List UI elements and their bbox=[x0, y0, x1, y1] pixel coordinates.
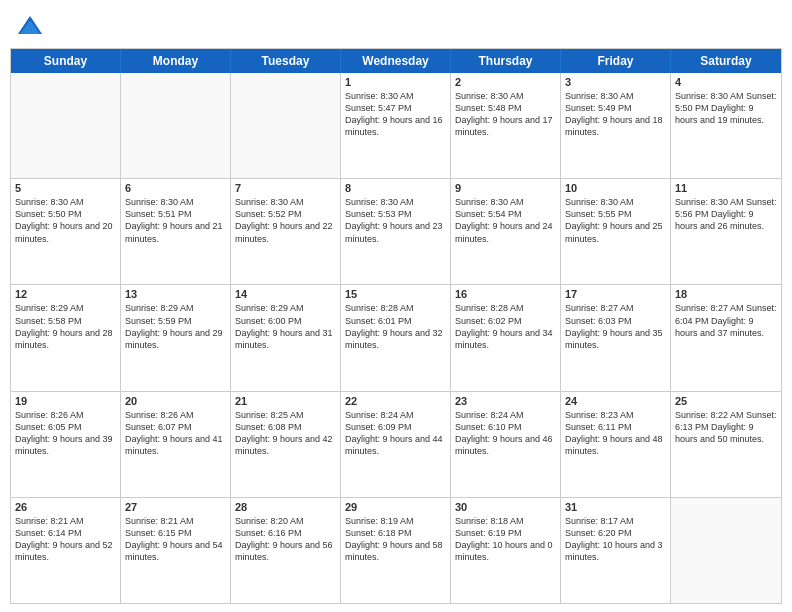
day-cell: 25Sunrise: 8:22 AM Sunset: 6:13 PM Dayli… bbox=[671, 392, 781, 497]
day-info: Sunrise: 8:23 AM Sunset: 6:11 PM Dayligh… bbox=[565, 409, 666, 458]
week-row: 12Sunrise: 8:29 AM Sunset: 5:58 PM Dayli… bbox=[11, 285, 781, 391]
day-cell: 1Sunrise: 8:30 AM Sunset: 5:47 PM Daylig… bbox=[341, 73, 451, 178]
day-info: Sunrise: 8:29 AM Sunset: 5:58 PM Dayligh… bbox=[15, 302, 116, 351]
day-info: Sunrise: 8:30 AM Sunset: 5:51 PM Dayligh… bbox=[125, 196, 226, 245]
day-info: Sunrise: 8:29 AM Sunset: 5:59 PM Dayligh… bbox=[125, 302, 226, 351]
day-cell: 28Sunrise: 8:20 AM Sunset: 6:16 PM Dayli… bbox=[231, 498, 341, 603]
logo bbox=[16, 12, 48, 40]
day-info: Sunrise: 8:18 AM Sunset: 6:19 PM Dayligh… bbox=[455, 515, 556, 564]
day-cell bbox=[11, 73, 121, 178]
day-number: 20 bbox=[125, 395, 226, 407]
day-number: 24 bbox=[565, 395, 666, 407]
logo-icon bbox=[16, 12, 44, 40]
day-cell: 21Sunrise: 8:25 AM Sunset: 6:08 PM Dayli… bbox=[231, 392, 341, 497]
day-cell: 17Sunrise: 8:27 AM Sunset: 6:03 PM Dayli… bbox=[561, 285, 671, 390]
day-number: 2 bbox=[455, 76, 556, 88]
day-info: Sunrise: 8:21 AM Sunset: 6:15 PM Dayligh… bbox=[125, 515, 226, 564]
day-cell: 16Sunrise: 8:28 AM Sunset: 6:02 PM Dayli… bbox=[451, 285, 561, 390]
day-info: Sunrise: 8:20 AM Sunset: 6:16 PM Dayligh… bbox=[235, 515, 336, 564]
day-cell: 4Sunrise: 8:30 AM Sunset: 5:50 PM Daylig… bbox=[671, 73, 781, 178]
day-number: 26 bbox=[15, 501, 116, 513]
day-info: Sunrise: 8:30 AM Sunset: 5:54 PM Dayligh… bbox=[455, 196, 556, 245]
day-number: 1 bbox=[345, 76, 446, 88]
day-info: Sunrise: 8:19 AM Sunset: 6:18 PM Dayligh… bbox=[345, 515, 446, 564]
day-info: Sunrise: 8:28 AM Sunset: 6:02 PM Dayligh… bbox=[455, 302, 556, 351]
day-info: Sunrise: 8:26 AM Sunset: 6:05 PM Dayligh… bbox=[15, 409, 116, 458]
day-number: 21 bbox=[235, 395, 336, 407]
day-number: 22 bbox=[345, 395, 446, 407]
day-number: 11 bbox=[675, 182, 777, 194]
day-cell: 23Sunrise: 8:24 AM Sunset: 6:10 PM Dayli… bbox=[451, 392, 561, 497]
day-header: Friday bbox=[561, 49, 671, 73]
day-info: Sunrise: 8:30 AM Sunset: 5:49 PM Dayligh… bbox=[565, 90, 666, 139]
page: SundayMondayTuesdayWednesdayThursdayFrid… bbox=[0, 0, 792, 612]
day-info: Sunrise: 8:17 AM Sunset: 6:20 PM Dayligh… bbox=[565, 515, 666, 564]
day-info: Sunrise: 8:30 AM Sunset: 5:50 PM Dayligh… bbox=[675, 90, 777, 126]
day-cell: 15Sunrise: 8:28 AM Sunset: 6:01 PM Dayli… bbox=[341, 285, 451, 390]
day-number: 31 bbox=[565, 501, 666, 513]
week-row: 26Sunrise: 8:21 AM Sunset: 6:14 PM Dayli… bbox=[11, 498, 781, 603]
day-info: Sunrise: 8:30 AM Sunset: 5:52 PM Dayligh… bbox=[235, 196, 336, 245]
day-cell bbox=[671, 498, 781, 603]
day-info: Sunrise: 8:30 AM Sunset: 5:53 PM Dayligh… bbox=[345, 196, 446, 245]
day-info: Sunrise: 8:22 AM Sunset: 6:13 PM Dayligh… bbox=[675, 409, 777, 445]
day-number: 25 bbox=[675, 395, 777, 407]
day-number: 9 bbox=[455, 182, 556, 194]
day-cell: 11Sunrise: 8:30 AM Sunset: 5:56 PM Dayli… bbox=[671, 179, 781, 284]
day-cell: 18Sunrise: 8:27 AM Sunset: 6:04 PM Dayli… bbox=[671, 285, 781, 390]
day-cell: 26Sunrise: 8:21 AM Sunset: 6:14 PM Dayli… bbox=[11, 498, 121, 603]
day-header: Wednesday bbox=[341, 49, 451, 73]
day-cell: 31Sunrise: 8:17 AM Sunset: 6:20 PM Dayli… bbox=[561, 498, 671, 603]
week-row: 5Sunrise: 8:30 AM Sunset: 5:50 PM Daylig… bbox=[11, 179, 781, 285]
day-info: Sunrise: 8:30 AM Sunset: 5:56 PM Dayligh… bbox=[675, 196, 777, 232]
day-cell: 6Sunrise: 8:30 AM Sunset: 5:51 PM Daylig… bbox=[121, 179, 231, 284]
day-info: Sunrise: 8:21 AM Sunset: 6:14 PM Dayligh… bbox=[15, 515, 116, 564]
day-cell: 13Sunrise: 8:29 AM Sunset: 5:59 PM Dayli… bbox=[121, 285, 231, 390]
day-header: Monday bbox=[121, 49, 231, 73]
day-cell bbox=[121, 73, 231, 178]
day-cell: 27Sunrise: 8:21 AM Sunset: 6:15 PM Dayli… bbox=[121, 498, 231, 603]
day-cell: 5Sunrise: 8:30 AM Sunset: 5:50 PM Daylig… bbox=[11, 179, 121, 284]
day-number: 27 bbox=[125, 501, 226, 513]
day-cell: 12Sunrise: 8:29 AM Sunset: 5:58 PM Dayli… bbox=[11, 285, 121, 390]
day-number: 16 bbox=[455, 288, 556, 300]
day-number: 15 bbox=[345, 288, 446, 300]
day-number: 3 bbox=[565, 76, 666, 88]
day-cell: 24Sunrise: 8:23 AM Sunset: 6:11 PM Dayli… bbox=[561, 392, 671, 497]
day-info: Sunrise: 8:27 AM Sunset: 6:03 PM Dayligh… bbox=[565, 302, 666, 351]
day-cell: 22Sunrise: 8:24 AM Sunset: 6:09 PM Dayli… bbox=[341, 392, 451, 497]
header bbox=[0, 0, 792, 48]
day-cell: 2Sunrise: 8:30 AM Sunset: 5:48 PM Daylig… bbox=[451, 73, 561, 178]
day-info: Sunrise: 8:30 AM Sunset: 5:55 PM Dayligh… bbox=[565, 196, 666, 245]
day-cell bbox=[231, 73, 341, 178]
day-cell: 7Sunrise: 8:30 AM Sunset: 5:52 PM Daylig… bbox=[231, 179, 341, 284]
day-cell: 9Sunrise: 8:30 AM Sunset: 5:54 PM Daylig… bbox=[451, 179, 561, 284]
day-headers: SundayMondayTuesdayWednesdayThursdayFrid… bbox=[11, 49, 781, 73]
day-number: 29 bbox=[345, 501, 446, 513]
day-info: Sunrise: 8:29 AM Sunset: 6:00 PM Dayligh… bbox=[235, 302, 336, 351]
day-info: Sunrise: 8:30 AM Sunset: 5:47 PM Dayligh… bbox=[345, 90, 446, 139]
day-header: Saturday bbox=[671, 49, 781, 73]
day-number: 10 bbox=[565, 182, 666, 194]
day-number: 14 bbox=[235, 288, 336, 300]
day-number: 19 bbox=[15, 395, 116, 407]
day-number: 8 bbox=[345, 182, 446, 194]
day-number: 23 bbox=[455, 395, 556, 407]
day-header: Sunday bbox=[11, 49, 121, 73]
day-number: 28 bbox=[235, 501, 336, 513]
day-info: Sunrise: 8:24 AM Sunset: 6:10 PM Dayligh… bbox=[455, 409, 556, 458]
day-cell: 29Sunrise: 8:19 AM Sunset: 6:18 PM Dayli… bbox=[341, 498, 451, 603]
day-info: Sunrise: 8:24 AM Sunset: 6:09 PM Dayligh… bbox=[345, 409, 446, 458]
day-cell: 3Sunrise: 8:30 AM Sunset: 5:49 PM Daylig… bbox=[561, 73, 671, 178]
day-number: 12 bbox=[15, 288, 116, 300]
day-info: Sunrise: 8:30 AM Sunset: 5:50 PM Dayligh… bbox=[15, 196, 116, 245]
day-number: 5 bbox=[15, 182, 116, 194]
day-number: 30 bbox=[455, 501, 556, 513]
day-cell: 30Sunrise: 8:18 AM Sunset: 6:19 PM Dayli… bbox=[451, 498, 561, 603]
day-info: Sunrise: 8:25 AM Sunset: 6:08 PM Dayligh… bbox=[235, 409, 336, 458]
day-info: Sunrise: 8:27 AM Sunset: 6:04 PM Dayligh… bbox=[675, 302, 777, 338]
calendar: SundayMondayTuesdayWednesdayThursdayFrid… bbox=[10, 48, 782, 604]
day-number: 13 bbox=[125, 288, 226, 300]
day-number: 17 bbox=[565, 288, 666, 300]
day-cell: 10Sunrise: 8:30 AM Sunset: 5:55 PM Dayli… bbox=[561, 179, 671, 284]
